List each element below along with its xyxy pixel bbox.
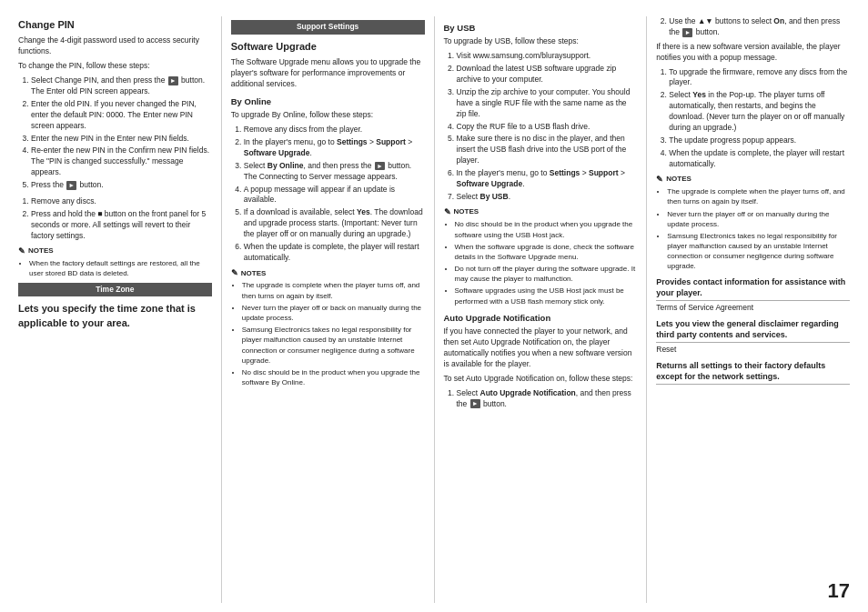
menu-icon-1: ►	[168, 76, 178, 85]
note-2-1: The upgrade is complete when the player …	[242, 280, 425, 300]
menu-icon-4: ►	[470, 399, 480, 408]
change-pin-desc: Change the 4-digit password used to acce…	[18, 35, 212, 57]
time-zone-heading: Lets you specify the time zone that is a…	[18, 302, 212, 330]
note-4-1: The upgrade is complete when the player …	[667, 186, 850, 206]
note-4-3: Samsung Electronics takes no legal respo…	[667, 231, 850, 272]
contact-samsung-heading: Provides contact information for assista…	[656, 276, 850, 301]
change-pin-step-3: Enter the new PIN in the Enter new PIN f…	[31, 134, 212, 145]
notes-list-1: When the factory default settings are re…	[29, 258, 212, 278]
column-3: By USB To upgrade by USB, follow these s…	[435, 16, 648, 603]
change-pin-intro: To change the PIN, follow these steps:	[18, 61, 212, 72]
note-3-4: Software upgrades using the USB Host jac…	[455, 286, 638, 306]
by-online-intro: To upgrade By Online, follow these steps…	[231, 110, 425, 121]
notes-label-2: NOTES	[231, 267, 425, 279]
popup-notify-desc: If there is a new software version avail…	[656, 42, 850, 64]
forget-password-steps: Remove any discs. Press and hold the ■ b…	[31, 196, 212, 242]
note-1-1: When the factory default settings are re…	[29, 258, 212, 278]
auto-upgrade-steps-cont: Use the ▲▼ buttons to select On, and the…	[669, 16, 850, 38]
change-pin-heading: Change PIN	[18, 18, 212, 32]
notes-list-2: The upgrade is complete when the player …	[242, 280, 425, 387]
contact-samsung-desc: Terms of Service Agreement	[656, 303, 850, 314]
note-3-1: No disc should be in the product when yo…	[455, 219, 638, 239]
fw-step-1: To upgrade the firmware, remove any disc…	[669, 67, 850, 89]
menu-icon-5: ►	[682, 28, 692, 37]
note-2-4: No disc should be in the product when yo…	[242, 367, 425, 387]
fw-step-3: The update progress popup appears.	[669, 135, 850, 146]
online-step-5: If a download is available, select Yes. …	[244, 207, 425, 240]
change-pin-step-1: Select Change PIN, and then press the ► …	[31, 75, 212, 97]
terms-desc: Reset	[656, 345, 850, 356]
auto-step-2: Use the ▲▼ buttons to select On, and the…	[669, 16, 850, 38]
change-pin-step-4: Re-enter the new PIN in the Confirm new …	[31, 145, 212, 178]
by-online-heading: By Online	[231, 95, 425, 107]
by-usb-intro: To upgrade by USB, follow these steps:	[444, 36, 638, 47]
usb-step-7: Select By USB.	[457, 192, 638, 203]
support-settings-header: Support Settings	[231, 20, 425, 35]
by-usb-heading: By USB	[444, 22, 638, 34]
note-2-2: Never turn the player off or back on man…	[242, 303, 425, 323]
usb-step-1: Visit www.samsung.com/bluraysupport.	[457, 51, 638, 62]
column-2: Support Settings Software Upgrade The So…	[222, 16, 435, 603]
terms-heading: Lets you view the general disclaimer reg…	[656, 318, 850, 343]
by-online-steps: Remove any discs from the player. In the…	[244, 125, 425, 264]
notes-label-4: NOTES	[656, 174, 850, 186]
change-pin-steps: Select Change PIN, and then press the ► …	[31, 75, 212, 191]
change-pin-step-2: Enter the old PIN. If you never changed …	[31, 99, 212, 132]
column-4: Use the ▲▼ buttons to select On, and the…	[647, 16, 850, 603]
notes-label-3: NOTES	[444, 206, 638, 218]
note-3-2: When the software upgrade is done, check…	[455, 242, 638, 262]
reset-heading: Returns all settings to their factory de…	[656, 360, 850, 385]
usb-step-5: Make sure there is no disc in the player…	[457, 134, 638, 166]
online-step-4: A popup message will appear if an update…	[244, 185, 425, 206]
notes-list-4: The upgrade is complete when the player …	[667, 186, 850, 272]
online-step-1: Remove any discs from the player.	[244, 125, 425, 135]
change-pin-step-5: Press the ► button.	[31, 180, 212, 191]
menu-icon-2: ►	[66, 181, 76, 190]
auto-upgrade-desc1: If you have connected the player to your…	[444, 326, 638, 370]
software-upgrade-heading: Software Upgrade	[231, 40, 425, 54]
firmware-upgrade-steps: To upgrade the firmware, remove any disc…	[669, 67, 850, 170]
content-columns: Change PIN Change the 4-digit password u…	[18, 16, 850, 603]
online-step-2: In the player's menu, go to Settings > S…	[244, 137, 425, 159]
auto-upgrade-desc2: To set Auto Upgrade Notification on, fol…	[444, 374, 638, 385]
notes-label-1: NOTES	[18, 246, 212, 257]
usb-step-6: In the player's menu, go to Settings > S…	[457, 168, 638, 190]
column-1: Change PIN Change the 4-digit password u…	[18, 16, 222, 603]
forget-step-1: Remove any discs.	[31, 196, 212, 207]
auto-step-1: Select Auto Upgrade Notification, and th…	[457, 388, 638, 410]
software-upgrade-desc: The Software Upgrade menu allows you to …	[231, 57, 425, 90]
by-usb-steps: Visit www.samsung.com/bluraysupport. Dow…	[457, 51, 638, 203]
usb-step-2: Download the latest USB software upgrade…	[457, 64, 638, 85]
general-settings-header: Time Zone	[18, 283, 212, 297]
usb-step-3: Unzip the zip archive to your computer. …	[457, 87, 638, 120]
fw-step-4: When the update is complete, the player …	[669, 148, 850, 170]
online-step-3: Select By Online, and then press the ► b…	[244, 161, 425, 183]
forget-step-2: Press and hold the ■ button on the front…	[31, 209, 212, 242]
auto-upgrade-steps: Select Auto Upgrade Notification, and th…	[457, 388, 638, 410]
auto-upgrade-heading: Auto Upgrade Notification	[444, 312, 638, 324]
notes-list-3: No disc should be in the product when yo…	[455, 219, 638, 306]
fw-step-2: Select Yes in the Pop-up. The player tur…	[669, 90, 850, 134]
usb-step-4: Copy the RUF file to a USB flash drive.	[457, 122, 638, 133]
page: Change PIN Change the 4-digit password u…	[0, 0, 868, 612]
menu-icon-3: ►	[375, 162, 385, 171]
note-3-3: Do not turn off the player during the so…	[455, 264, 638, 284]
note-2-3: Samsung Electronics takes no legal respo…	[242, 325, 425, 366]
note-4-2: Never turn the player off or on manually…	[667, 209, 850, 229]
online-step-6: When the update is complete, the player …	[244, 242, 425, 264]
page-number: 17	[828, 579, 850, 603]
